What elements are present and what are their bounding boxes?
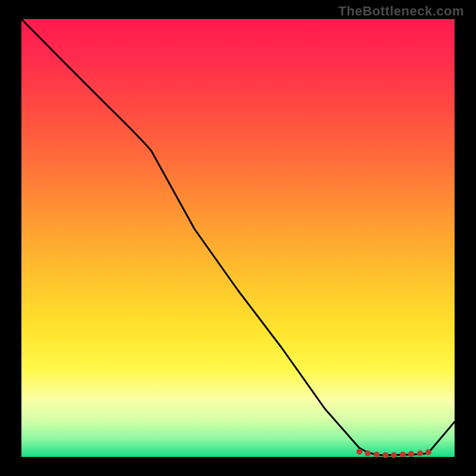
bottleneck-curve [21, 19, 455, 455]
optimal-range-dots [356, 449, 431, 458]
svg-point-3 [383, 452, 389, 458]
svg-point-4 [391, 452, 397, 458]
plot-area [21, 19, 455, 457]
chart-overlay [21, 19, 455, 457]
svg-point-8 [425, 449, 431, 455]
watermark-text: TheBottleneck.com [339, 4, 464, 19]
svg-point-0 [356, 449, 362, 455]
svg-point-5 [400, 452, 406, 458]
svg-point-2 [374, 452, 380, 458]
svg-point-7 [417, 450, 423, 456]
svg-point-1 [365, 450, 371, 456]
svg-point-6 [408, 451, 414, 457]
chart-stage: TheBottleneck.com [0, 0, 476, 476]
